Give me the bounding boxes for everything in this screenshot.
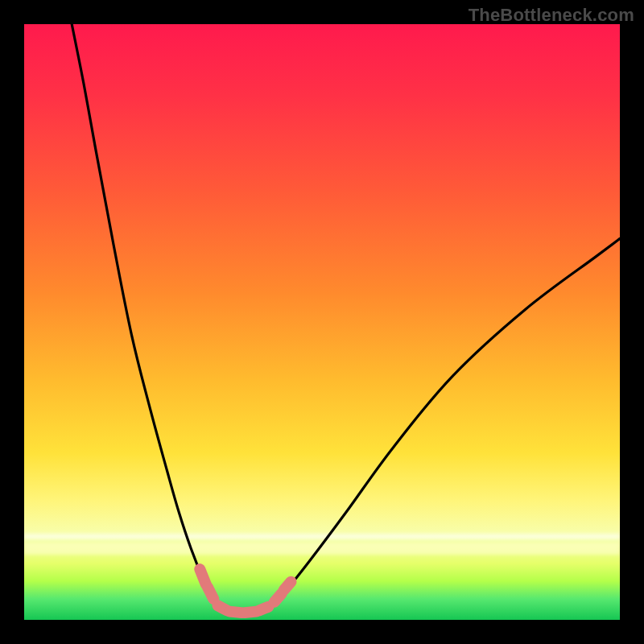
curve-layer <box>24 24 620 620</box>
valley-marker-segment <box>208 587 213 599</box>
watermark-text: TheBottleneck.com <box>469 5 634 26</box>
valley-marker-segment <box>200 569 205 584</box>
bottleneck-curve <box>72 24 620 613</box>
valley-marker-segment <box>275 593 282 601</box>
plot-area <box>24 24 620 620</box>
valley-marker-segment <box>284 582 291 590</box>
stage: TheBottleneck.com <box>0 0 644 644</box>
valley-marker-segment <box>259 607 268 610</box>
valley-markers <box>200 569 291 613</box>
